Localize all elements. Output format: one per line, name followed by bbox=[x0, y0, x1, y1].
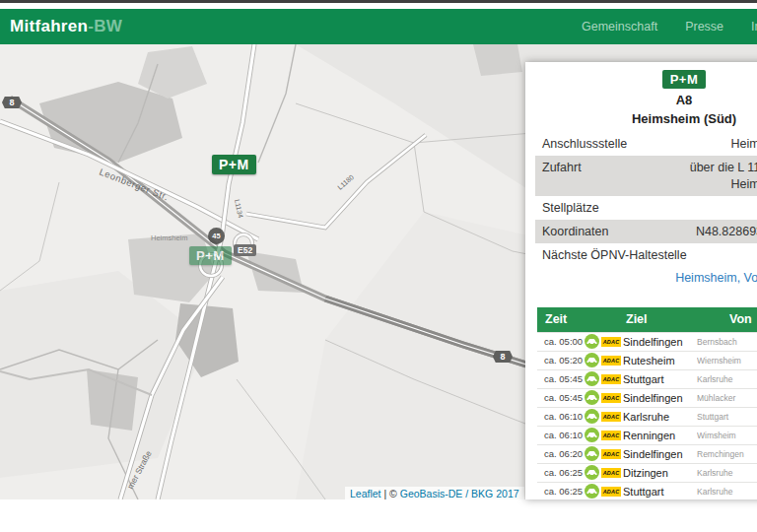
info-label: Koordinaten bbox=[542, 224, 608, 239]
table-row[interactable]: ca. 05:45 ADAC Sindelfingen Mühlacker bbox=[537, 388, 757, 407]
table-row[interactable]: ca. 06:10 ADAC Karlsruhe Stuttgart bbox=[537, 407, 757, 426]
departures-table: Zeit Ziel Von ca. 05:00 ADAC Sindelfinge… bbox=[537, 307, 757, 500]
car-icon bbox=[585, 484, 601, 499]
panel-subtitle: Heimsheim (Süd) bbox=[525, 111, 757, 126]
leaflet-link[interactable]: Leaflet bbox=[350, 488, 381, 499]
info-row-anschlussstelle: Anschlussstelle Heimsheim (Süd) bbox=[535, 132, 757, 156]
car-icon bbox=[585, 353, 601, 367]
info-label: Zufahrt bbox=[542, 160, 582, 192]
table-row[interactable]: ca. 06:10 ADAC Renningen Wimsheim bbox=[537, 426, 757, 444]
attribution-separator: | bbox=[381, 488, 390, 499]
adac-badge-icon: ADAC bbox=[601, 393, 623, 403]
nav-item-presse[interactable]: Presse bbox=[685, 20, 723, 33]
pm-marker-icon[interactable]: P+M bbox=[212, 155, 256, 174]
car-icon bbox=[585, 334, 601, 349]
info-value: über die L 1134 RichtungHeimsheim (Süd) bbox=[690, 160, 757, 192]
oepnv-stop-link[interactable]: Heimsheim, Vollzugsanstalt bbox=[675, 271, 757, 285]
panel-title: A8 bbox=[525, 93, 757, 107]
pm-details-panel: P+M A8 Heimsheim (Süd) Anschlussstelle H… bbox=[525, 62, 757, 499]
departures-header: Zeit Ziel Von bbox=[537, 307, 757, 332]
column-header-von: Von bbox=[729, 312, 757, 326]
car-icon bbox=[585, 409, 601, 424]
adac-badge-icon: ADAC bbox=[601, 356, 623, 366]
info-value: N48.828693 E8.849376 bbox=[696, 224, 757, 239]
car-icon bbox=[585, 465, 601, 480]
pm-badge: P+M bbox=[662, 70, 707, 89]
info-label: Anschlussstelle bbox=[542, 136, 627, 152]
oepnv-stop-distance: (4 Minuten) bbox=[525, 287, 757, 300]
adac-badge-icon: ADAC bbox=[601, 468, 623, 478]
column-header-zeit: Zeit bbox=[537, 312, 626, 326]
info-label: Nächste ÖPNV-Haltestelle bbox=[542, 247, 687, 263]
column-header-ziel: Ziel bbox=[626, 312, 729, 326]
info-table: Anschlussstelle Heimsheim (Süd) Zufahrt … bbox=[535, 132, 757, 268]
info-row-koordinaten: Koordinaten N48.828693 E8.849376 bbox=[535, 220, 757, 243]
site-logo[interactable]: Mitfahren-BW bbox=[10, 17, 122, 36]
logo-primary: Mitfahren bbox=[10, 17, 88, 35]
table-row[interactable]: ca. 06:25 ADAC Stuttgart Karlsruhe bbox=[537, 482, 757, 500]
motorway-8-badge: 8 bbox=[493, 351, 513, 363]
car-icon bbox=[585, 371, 601, 386]
town-label-heimsheim: Heimsheim bbox=[151, 233, 188, 242]
nav-item-gemeinschaft[interactable]: Gemeinschaft bbox=[582, 20, 657, 33]
adac-badge-icon: ADAC bbox=[601, 412, 623, 422]
attribution-copyright: © bbox=[389, 488, 400, 499]
info-value: Heimsheim (Süd) bbox=[730, 136, 757, 152]
car-icon bbox=[585, 446, 601, 461]
adac-badge-icon: ADAC bbox=[601, 374, 623, 384]
adac-badge-icon: ADAC bbox=[601, 337, 623, 347]
adac-badge-icon: ADAC bbox=[601, 431, 623, 440]
info-label: Stellplätze bbox=[542, 200, 599, 216]
motorway-8-badge: 8 bbox=[2, 97, 22, 108]
navbar: Mitfahren-BW Gemeinschaft Presse Impress… bbox=[0, 9, 757, 44]
main-nav: Gemeinschaft Presse Impressum bbox=[582, 20, 757, 33]
adac-badge-icon: ADAC bbox=[601, 449, 623, 459]
car-icon bbox=[585, 428, 601, 442]
nav-item-impressum[interactable]: Impressum bbox=[751, 20, 757, 33]
info-row-zufahrt: Zufahrt über die L 1134 RichtungHeimshei… bbox=[535, 156, 757, 196]
table-row[interactable]: ca. 06:20 ADAC Sindelfingen Remchingen bbox=[537, 444, 757, 463]
geobasis-link[interactable]: GeoBasis-DE / BKG 2017 bbox=[400, 488, 519, 499]
logo-secondary: -BW bbox=[88, 17, 122, 35]
info-row-stellplaetze: Stellplätze bbox=[535, 196, 757, 220]
junction-number-badge: 45 bbox=[208, 228, 225, 244]
table-row[interactable]: ca. 05:00 ADAC Sindelfingen Bernsbach bbox=[537, 332, 757, 351]
pm-marker-selected-icon[interactable]: P+M bbox=[189, 246, 232, 265]
table-row[interactable]: ca. 06:25 ADAC Ditzingen Karlsruhe bbox=[537, 463, 757, 482]
table-row[interactable]: ca. 05:20 ADAC Rutesheim Wiernsheim bbox=[537, 351, 757, 369]
adac-badge-icon: ADAC bbox=[601, 487, 623, 497]
e52-route-badge: E52 bbox=[234, 244, 256, 256]
info-row-oepnv: Nächste ÖPNV-Haltestelle bbox=[535, 243, 757, 267]
table-row[interactable]: ca. 05:45 ADAC Stuttgart Karlsruhe bbox=[537, 369, 757, 388]
car-icon bbox=[585, 390, 601, 405]
map-attribution: Leaflet | © GeoBasis-DE / BKG 2017 bbox=[345, 487, 524, 499]
